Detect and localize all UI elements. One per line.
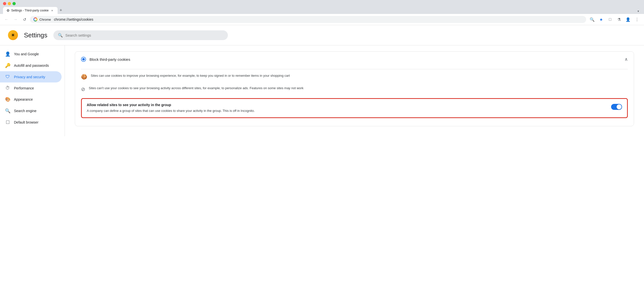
sidebar-label-performance: Performance bbox=[14, 86, 34, 90]
address-input-wrapper[interactable]: Chrome chrome://settings/cookies bbox=[30, 16, 586, 23]
reload-button[interactable]: ↺ bbox=[21, 16, 28, 23]
highlight-text-block: Allow related sites to see your activity… bbox=[87, 103, 607, 113]
maximize-button[interactable] bbox=[12, 2, 16, 5]
info-text-2: Sites can't use your cookies to see your… bbox=[89, 86, 304, 91]
sidebar-item-autofill[interactable]: 🔑 Autofill and passwords bbox=[0, 60, 62, 71]
palette-icon: 🎨 bbox=[5, 97, 10, 102]
search-bar[interactable]: 🔍 bbox=[53, 30, 228, 40]
main-content: Block third-party cookies ∧ 🍪 Sites can … bbox=[65, 45, 644, 136]
sidebar-item-appearance[interactable]: 🎨 Appearance bbox=[0, 94, 62, 105]
info-row-2: ⊘ Sites can't use your cookies to see yo… bbox=[81, 83, 628, 95]
toolbar-icons: 🔍 ★ □ ⚗ 👤 ⋮ bbox=[588, 15, 641, 23]
sidebar-item-you-and-google[interactable]: 👤 You and Google bbox=[0, 48, 62, 60]
sidebar-label-privacy: Privacy and security bbox=[14, 75, 45, 79]
cookies-section-block: Block third-party cookies ∧ 🍪 Sites can … bbox=[75, 51, 634, 126]
address-bar: ← → ↺ Chrome chrome://settings/cookies 🔍… bbox=[0, 14, 644, 25]
browser-icon: ☐ bbox=[5, 120, 10, 125]
sidebar-label-you-and-google: You and Google bbox=[14, 52, 39, 56]
tab-dropdown-button[interactable]: ▾ bbox=[636, 8, 641, 14]
person-icon: 👤 bbox=[5, 51, 10, 57]
tab-title: Settings - Third-party cookie bbox=[11, 9, 48, 12]
experiment-icon-button[interactable]: ⚗ bbox=[615, 15, 623, 23]
chevron-up-icon[interactable]: ∧ bbox=[624, 56, 628, 62]
profile-icon-button[interactable]: 👤 bbox=[624, 15, 632, 23]
settings-logo: ☀ bbox=[8, 30, 18, 40]
radio-inner bbox=[82, 58, 85, 60]
chrome-logo-icon bbox=[34, 17, 38, 21]
search-sidebar-icon: 🔍 bbox=[5, 108, 10, 114]
allow-related-sites-toggle[interactable] bbox=[611, 104, 622, 110]
highlight-desc: A company can define a group of sites th… bbox=[87, 108, 607, 113]
allow-related-sites-box: Allow related sites to see your activity… bbox=[81, 98, 628, 118]
shield-icon: 🛡 bbox=[5, 74, 10, 79]
settings-body: 👤 You and Google 🔑 Autofill and password… bbox=[0, 45, 644, 136]
tab-favicon: ⚙ bbox=[6, 8, 10, 12]
sidebar-label-autofill: Autofill and passwords bbox=[14, 63, 49, 67]
sidebar-label-search: Search engine bbox=[14, 109, 36, 113]
block-content: 🍪 Sites can use cookies to improve your … bbox=[75, 67, 634, 126]
zoom-icon-button[interactable]: 🔍 bbox=[588, 15, 596, 23]
minimize-button[interactable] bbox=[8, 2, 11, 5]
block-title: Block third-party cookies bbox=[90, 57, 130, 61]
sidebar-item-default-browser[interactable]: ☐ Default browser bbox=[0, 117, 62, 128]
active-tab[interactable]: ⚙ Settings - Third-party cookie ✕ bbox=[3, 7, 58, 14]
divider-1 bbox=[81, 69, 628, 69]
settings-header: ☀ Settings 🔍 bbox=[0, 25, 644, 45]
sidebar-item-performance[interactable]: ⏱ Performance bbox=[0, 82, 62, 94]
new-tab-button[interactable]: + bbox=[58, 7, 64, 14]
extension-icon-button[interactable]: □ bbox=[606, 15, 614, 23]
key-icon: 🔑 bbox=[5, 63, 10, 68]
tab-close-button[interactable]: ✕ bbox=[50, 8, 54, 12]
cookie-icon: 🍪 bbox=[81, 74, 87, 80]
sidebar-label-default-browser: Default browser bbox=[14, 120, 38, 124]
forward-button[interactable]: → bbox=[12, 16, 19, 23]
bookmark-icon-button[interactable]: ★ bbox=[597, 15, 605, 23]
block-icon: ⊘ bbox=[81, 86, 85, 92]
info-text-1: Sites can use cookies to improve your br… bbox=[91, 73, 290, 78]
back-button[interactable]: ← bbox=[3, 16, 10, 23]
settings-title: Settings bbox=[24, 31, 47, 39]
address-text: chrome://settings/cookies bbox=[54, 17, 583, 21]
settings-page: ☀ Settings 🔍 👤 You and Google 🔑 Autofill… bbox=[0, 25, 644, 281]
radio-selected-icon[interactable] bbox=[81, 57, 86, 62]
toggle-knob bbox=[616, 104, 622, 109]
menu-icon-button[interactable]: ⋮ bbox=[633, 15, 641, 23]
info-row-1: 🍪 Sites can use cookies to improve your … bbox=[81, 70, 628, 83]
sidebar: 👤 You and Google 🔑 Autofill and password… bbox=[0, 45, 65, 136]
sidebar-item-search-engine[interactable]: 🔍 Search engine bbox=[0, 105, 62, 117]
search-input[interactable] bbox=[65, 33, 224, 37]
sidebar-item-privacy[interactable]: 🛡 Privacy and security bbox=[0, 71, 62, 82]
close-button[interactable] bbox=[3, 2, 6, 5]
address-brand: Chrome bbox=[40, 18, 51, 21]
block-header[interactable]: Block third-party cookies ∧ bbox=[75, 51, 634, 67]
block-header-left: Block third-party cookies bbox=[81, 57, 130, 62]
highlight-title: Allow related sites to see your activity… bbox=[87, 103, 607, 107]
search-icon: 🔍 bbox=[58, 33, 63, 38]
performance-icon: ⏱ bbox=[5, 85, 10, 91]
sidebar-label-appearance: Appearance bbox=[14, 97, 33, 101]
